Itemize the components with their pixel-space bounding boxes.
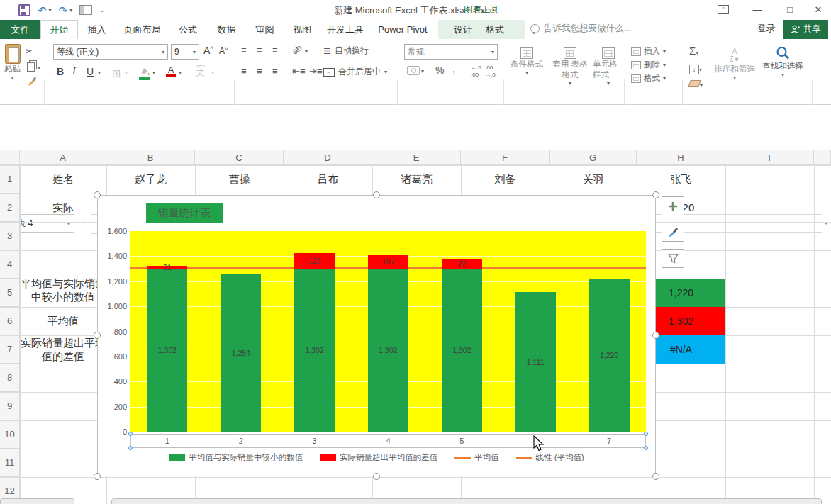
orientation-icon[interactable]: ab [290,43,303,56]
row-header-10[interactable]: 10 [0,420,20,449]
y-axis-label[interactable]: 1,400 [98,252,127,260]
font-size-combo[interactable]: 9▾ [171,44,199,60]
column-header-G[interactable]: G [550,150,637,165]
font-color-icon[interactable]: A [166,65,176,77]
paste-dropdown-icon[interactable]: ▾ [11,74,13,81]
align-right-icon[interactable]: ≡ [272,66,278,77]
conditional-formatting-button[interactable]: 条件格式 ▾ [509,47,545,76]
tab-home[interactable]: 开始 [40,20,78,39]
increase-font-icon[interactable]: A˄ [203,45,213,56]
x-axis-label-1[interactable]: 1 [130,437,204,445]
row-header-1[interactable]: 1 [0,165,20,194]
row-header-6[interactable]: 6 [0,307,20,335]
ribbon-display-options-icon[interactable]: ⌃ [709,0,737,18]
column-header-F[interactable]: F [461,150,550,165]
row-header-3[interactable]: 3 [0,222,20,250]
column-header-D[interactable]: D [284,150,372,165]
cell-row1-colH[interactable]: 张飞 [637,165,725,194]
cut-icon[interactable]: ✂ [26,46,33,57]
chart-elements-button[interactable] [662,196,684,215]
y-axis-label[interactable]: 600 [98,352,127,361]
align-top-icon[interactable]: ≡ [241,45,247,55]
chart-handle-bottom-left[interactable] [94,473,101,480]
clear-icon[interactable]: ▾ [689,77,703,90]
bar-excess-label-3[interactable]: 123 [294,257,335,265]
select-all-corner[interactable] [0,150,20,165]
delete-cells-button[interactable]: 删除▾ [631,60,666,70]
chart-handle-top-right[interactable] [652,191,659,198]
wrap-text-button[interactable]: ≣ 自动换行 [323,45,369,57]
cell-row1-colF[interactable]: 刘备 [461,165,550,194]
insert-cells-button[interactable]: 插入▾ [631,46,666,57]
sort-filter-button[interactable]: AZ▼ 排序和筛选 ▾ [713,47,756,81]
column-header-C[interactable]: C [195,150,284,165]
row-header-7[interactable]: 7 [0,335,20,364]
cell-a7[interactable]: 实际销量超出平均值的差值 [20,335,106,364]
column-header-B[interactable]: B [106,150,195,165]
y-axis-label[interactable]: 1,000 [98,302,127,310]
row-header-4[interactable]: 4 [0,250,20,279]
column-header-E[interactable]: E [372,150,461,165]
chart-handle-top-middle[interactable] [373,191,380,198]
cell-row1-colC[interactable]: 曹操 [195,165,284,194]
align-middle-icon[interactable]: ≡ [257,45,262,55]
row-header-9[interactable]: 9 [0,392,20,420]
bold-button[interactable]: B [57,66,64,77]
cell-row1-colA[interactable]: 姓名 [20,165,106,194]
cell-a6[interactable]: 平均值 [20,307,106,335]
tab-power-pivot[interactable]: Power Pivot [370,20,435,39]
underline-dropdown-icon[interactable]: ▾ [98,69,101,76]
cell-a4-a5[interactable]: 平均值与实际销量中较小的数值 [20,273,106,307]
fill-color-icon[interactable] [139,66,150,80]
y-axis-label[interactable]: 800 [98,327,127,336]
tell-me-box[interactable]: 告诉我您想要做什么... [530,23,631,35]
tab-file[interactable]: 文件 [0,20,40,39]
fill-color-dropdown-icon[interactable]: ▾ [152,69,155,76]
fill-icon[interactable]: ↓▾ [689,62,702,74]
autosum-icon[interactable]: Σ▾ [689,45,698,57]
row-header-2[interactable]: 2 [0,194,20,222]
bar-label-4[interactable]: 1,302 [368,346,408,354]
accounting-format-icon[interactable] [407,66,420,75]
align-left-icon[interactable]: ≡ [241,66,247,77]
bar-label-5[interactable]: 1,302 [442,346,482,354]
legend-item[interactable]: 平均值与实际销量中较小的数值 [169,452,303,463]
y-axis-label[interactable]: 200 [98,403,127,411]
chart-handle-middle-right[interactable] [652,332,659,339]
paste-button[interactable]: 粘贴 ▾ [4,44,21,81]
x-axis-label-2[interactable]: 2 [204,437,278,445]
chart-title[interactable]: 销量统计表 [146,203,223,223]
increase-decimal-icon[interactable]: ←.0.00 [471,65,481,78]
format-as-table-button[interactable]: 套用 表格格式 ▾ [550,47,590,86]
tab-chart-design[interactable]: 设计 [447,20,479,39]
bar-label-6[interactable]: 1,111 [515,358,556,366]
align-bottom-icon[interactable]: ≡ [272,45,278,55]
tab-data[interactable]: 数据 [207,20,246,39]
tab-view[interactable]: 视图 [284,20,320,39]
y-axis-label[interactable]: 1,600 [98,227,127,235]
column-header-I[interactable]: I [725,150,814,165]
chart-handle-bottom-middle[interactable] [373,473,380,480]
x-axis-label-3[interactable]: 3 [278,437,352,445]
y-axis-label[interactable]: 1,200 [98,277,127,286]
legend-item[interactable]: 线性 (平均值) [516,452,584,463]
cell-styles-button[interactable]: 单元格样式 ▾ [593,47,624,86]
align-center-icon[interactable]: ≡ [257,66,262,77]
comma-style-button[interactable]: , [452,62,455,75]
row-header-11[interactable]: 11 [0,449,20,477]
x-axis-label-5[interactable]: 5 [425,437,498,445]
tab-review[interactable]: 审阅 [246,20,284,39]
format-painter-icon[interactable] [27,76,37,89]
font-name-combo[interactable]: 等线 (正文)▾ [53,44,168,60]
italic-button[interactable]: I [72,66,76,77]
tab-formulas[interactable]: 公式 [169,20,207,39]
cell-row1-colD[interactable]: 吕布 [284,165,372,194]
font-color-dropdown-icon[interactable]: ▾ [179,69,182,76]
bar-excess-label-5[interactable]: 72 [442,259,482,268]
tab-chart-format[interactable]: 格式 [479,20,511,39]
number-format-combo[interactable]: 常规▾ [404,44,498,60]
bar-label-1[interactable]: 1,302 [147,346,187,354]
minimize-icon[interactable]: — [743,0,771,18]
decrease-indent-icon[interactable]: ⇤≡ [292,66,305,77]
increase-indent-icon[interactable]: ⇥≡ [309,66,322,77]
